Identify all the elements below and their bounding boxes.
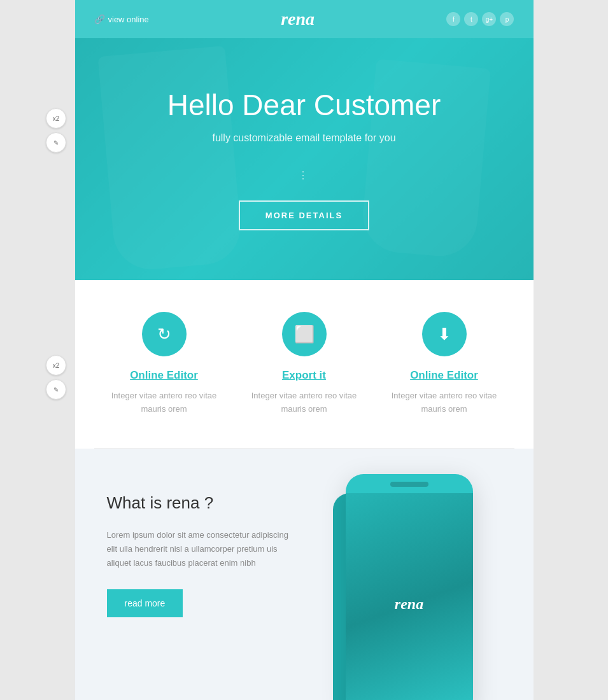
email-header: 🔗 view online rena f t g+ p Hello Dear C… [75,0,534,280]
view-online-link[interactable]: 🔗 view online [94,14,149,24]
feature-text-3: Integer vitae antero reo vitae mauris or… [387,389,502,416]
side-controls-top: x2 ✎ [46,108,66,153]
side-controls-bottom: x2 ✎ [46,355,66,400]
pinterest-icon[interactable]: p [500,12,514,26]
zoom-button-bottom[interactable]: x2 [46,355,66,375]
social-icons: f t g+ p [446,12,514,26]
edit-button-bottom[interactable]: ✎ [46,379,66,400]
hero-section: Hello Dear Customer fully customizable e… [75,38,534,280]
brand-logo: rena [281,9,315,29]
phone-brand-label: rena [395,596,423,613]
link-icon: 🔗 [94,14,105,24]
page-wrapper: x2 ✎ x2 ✎ 🔗 view online rena f t g+ p [0,0,608,700]
hero-title: Hello Dear Customer [167,88,441,122]
hero-subtitle: fully customizable email template for yo… [212,132,395,144]
phone-mockup: rena [317,487,502,700]
feature-title-1: Online Editor [107,369,222,382]
refresh-icon: ↻ [157,325,171,344]
features-section: ↻ Online Editor Integer vitae antero reo… [75,280,534,448]
export-icon: ⬜ [294,325,315,344]
download-icon: ⬇ [437,325,451,344]
feature-icon-wrap-1: ↻ [142,312,187,356]
feature-title-3: Online Editor [387,369,502,382]
hero-background [75,38,534,280]
about-content: What is rena ? Lorem ipsum dolor sit ame… [107,487,292,617]
phone-notch [390,482,428,487]
phone-device: rena [346,474,473,700]
feature-item-2: ⬜ Export it Integer vitae antero reo vit… [234,312,374,416]
about-text: Lorem ipsum dolor sit ame consectetur ad… [107,528,292,570]
phone-screen: rena [346,493,473,700]
about-title: What is rena ? [107,493,292,513]
features-grid: ↻ Online Editor Integer vitae antero reo… [94,312,514,416]
feature-item-1: ↻ Online Editor Integer vitae antero reo… [94,312,234,416]
hero-cta-button[interactable]: MORE DETAILS [239,200,369,230]
view-online-label: view online [108,15,149,24]
dots-divider: ⋮ [298,169,310,181]
feature-icon-wrap-3: ⬇ [422,312,467,356]
email-container: 🔗 view online rena f t g+ p Hello Dear C… [75,0,534,700]
feature-item-3: ⬇ Online Editor Integer vitae antero reo… [374,312,514,416]
feature-icon-wrap-2: ⬜ [282,312,327,356]
facebook-icon[interactable]: f [446,12,460,26]
feature-text-1: Integer vitae antero reo vitae mauris or… [107,389,222,416]
twitter-icon[interactable]: t [464,12,478,26]
top-bar: 🔗 view online rena f t g+ p [75,0,534,38]
feature-text-2: Integer vitae antero reo vitae mauris or… [247,389,362,416]
read-more-button[interactable]: read more [107,589,183,617]
zoom-button-top[interactable]: x2 [46,108,66,129]
about-section: What is rena ? Lorem ipsum dolor sit ame… [75,449,534,700]
edit-button-top[interactable]: ✎ [46,132,66,153]
feature-title-2: Export it [247,369,362,382]
googleplus-icon[interactable]: g+ [482,12,496,26]
